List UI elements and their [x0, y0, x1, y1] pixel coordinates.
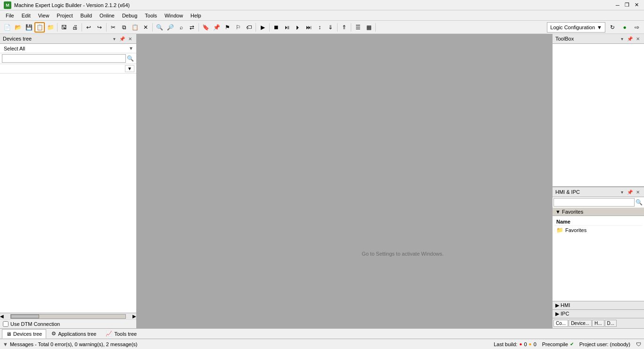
hmi-close[interactable]: ✕	[635, 189, 641, 195]
menu-help[interactable]: Help	[187, 10, 205, 21]
paste-special-button[interactable]: 📋	[34, 22, 45, 33]
bookmark5-button[interactable]: 🏷	[244, 22, 254, 33]
menu-tools[interactable]: Tools	[141, 10, 161, 21]
scroll-right-btn[interactable]: ▶	[132, 314, 136, 319]
select-all-dropdown-arrow[interactable]: ▼	[128, 45, 134, 52]
debug5-button[interactable]: ↕	[314, 22, 325, 33]
toolbox-title: ToolBox	[555, 36, 574, 42]
tab-devices-tree[interactable]: 🖥 Devices tree	[2, 329, 46, 339]
dtm-row: Use DTM Connection	[0, 319, 136, 328]
title-bar: M Machine Expert Logic Builder - Version…	[0, 0, 644, 10]
menu-build[interactable]: Build	[77, 10, 96, 21]
debug3-button[interactable]: ⏵	[293, 22, 303, 33]
hmi-search-icon[interactable]: 🔍	[635, 198, 643, 207]
hmi-pin[interactable]: 📌	[627, 189, 633, 195]
hmi-hmi-section[interactable]: ▶ HMI	[553, 301, 644, 309]
hmi-favorites-header[interactable]: ▼ Favorites	[553, 208, 644, 216]
open-button[interactable]: 📂	[13, 22, 23, 33]
replace-button[interactable]: ⇄	[187, 22, 197, 33]
left-panel: Devices tree ▾ 📌 ✕ Select All ▼ 🔍 ▼ ◀ ▶	[0, 34, 137, 328]
open2-button[interactable]: 📁	[45, 22, 56, 33]
select-all-button[interactable]: Select All	[2, 45, 128, 52]
forward-button[interactable]: ⇨	[632, 22, 642, 33]
view-button[interactable]: ▦	[363, 22, 374, 33]
minimize-button[interactable]: ─	[614, 1, 621, 9]
filter-dropdown-row: ▼	[0, 64, 136, 74]
title-text: M Machine Expert Logic Builder - Version…	[4, 1, 130, 9]
hmi-header: HMI & IPC ▾ 📌 ✕	[553, 187, 644, 197]
tab-tools-tree[interactable]: 📈 Tools tree	[101, 329, 141, 339]
hmi-hmi-label: ▶ HMI	[555, 302, 570, 308]
monitor-button[interactable]: ☰	[353, 22, 363, 33]
toolbox-pin[interactable]: 📌	[627, 35, 633, 42]
find3-button[interactable]: ⌕	[176, 22, 186, 33]
debug2-button[interactable]: ⏯	[282, 22, 292, 33]
tab-applications-label: Applications tree	[58, 331, 96, 337]
horizontal-scrollbar[interactable]: ◀ ▶	[0, 313, 136, 319]
center-area: Go to Settings to activate Windows.	[137, 34, 552, 328]
logic-config-dropdown[interactable]: Logic Configuration ▼	[547, 22, 605, 33]
scrollbar-thumb[interactable]	[11, 315, 39, 318]
scrollbar-track[interactable]	[10, 314, 126, 319]
menu-file[interactable]: File	[2, 10, 18, 21]
bookmark2-button[interactable]: 📌	[211, 22, 222, 33]
toolbox-pin-down[interactable]: ▾	[619, 35, 625, 42]
right-tab-h[interactable]: H...	[592, 320, 604, 327]
toolbox-close[interactable]: ✕	[635, 35, 641, 42]
save-button[interactable]: 💾	[24, 22, 34, 33]
delete-button[interactable]: ✕	[140, 22, 151, 33]
menu-window[interactable]: Window	[161, 10, 187, 21]
copy-button[interactable]: ⧉	[119, 22, 129, 33]
toolbar-separator-3	[106, 23, 107, 32]
close-button[interactable]: ✕	[633, 1, 640, 9]
toolbar: 📄 📂 💾 📋 📁 🖫 🖨 ↩ ↪ ✂ ⧉ 📋 ✕ 🔍 🔎 ⌕ ⇄ 🔖 📌 ⚑ …	[0, 21, 644, 34]
devices-tree-close[interactable]: ✕	[127, 35, 133, 42]
find-button[interactable]: 🔍	[154, 22, 165, 33]
scroll-left-btn[interactable]: ◀	[0, 314, 4, 319]
dtm-checkbox[interactable]	[3, 321, 8, 327]
bookmark4-button[interactable]: ⚐	[233, 22, 243, 33]
dtm-label[interactable]: Use DTM Connection	[10, 321, 60, 327]
bookmark-button[interactable]: 🔖	[200, 22, 211, 33]
menu-edit[interactable]: Edit	[18, 10, 34, 21]
debug4-button[interactable]: ⏭	[304, 22, 314, 33]
hmi-pin-down[interactable]: ▾	[619, 189, 625, 195]
right-tab-d[interactable]: D...	[605, 320, 617, 327]
devices-tree-pin-down[interactable]: ▾	[111, 35, 117, 42]
debug7-button[interactable]: ⇑	[339, 22, 349, 33]
user-button[interactable]: ●	[619, 22, 630, 33]
windows-watermark: Go to Settings to activate Windows.	[33, 251, 444, 257]
hmi-search-input[interactable]	[553, 198, 635, 207]
bookmark3-button[interactable]: ⚑	[222, 22, 232, 33]
right-tab-co[interactable]: Co...	[553, 320, 568, 327]
tab-devices-label: Devices tree	[13, 331, 42, 337]
debug1-button[interactable]: ⏹	[271, 22, 281, 33]
new-button[interactable]: 📄	[2, 22, 12, 33]
search-icon[interactable]: 🔍	[126, 54, 134, 63]
paste-button[interactable]: 📋	[130, 22, 140, 33]
refresh-button[interactable]: ↻	[607, 22, 618, 33]
cut-button[interactable]: ✂	[108, 22, 118, 33]
redo-button[interactable]: ↪	[94, 22, 105, 33]
debug6-button[interactable]: ⇓	[325, 22, 336, 33]
menu-online[interactable]: Online	[96, 10, 118, 21]
menu-debug[interactable]: Debug	[118, 10, 141, 21]
print-button[interactable]: 🖨	[70, 22, 80, 33]
devices-search-input[interactable]	[2, 54, 126, 63]
find-files-button[interactable]: 🔎	[165, 22, 175, 33]
restore-button[interactable]: ❐	[623, 1, 631, 9]
menu-view[interactable]: View	[34, 10, 53, 21]
error-dot: ●	[519, 341, 522, 347]
right-tab-device[interactable]: Device...	[569, 320, 592, 327]
save2-button[interactable]: 🖫	[59, 22, 69, 33]
undo-button[interactable]: ↩	[83, 22, 94, 33]
filter-dropdown-button[interactable]: ▼	[125, 65, 134, 72]
run-button[interactable]: ▶	[257, 22, 268, 33]
tab-applications-tree[interactable]: ⚙ Applications tree	[47, 329, 100, 339]
hmi-favorites-item[interactable]: 📁 Favorites	[554, 226, 642, 234]
right-container: ToolBox ▾ 📌 ✕ HMI & IPC ▾ 📌 ✕	[552, 34, 644, 328]
tab-tools-icon: 📈	[106, 331, 112, 337]
hmi-ipc-section[interactable]: ▶ IPC	[553, 309, 644, 318]
devices-tree-pin[interactable]: 📌	[119, 35, 125, 42]
menu-project[interactable]: Project	[53, 10, 76, 21]
